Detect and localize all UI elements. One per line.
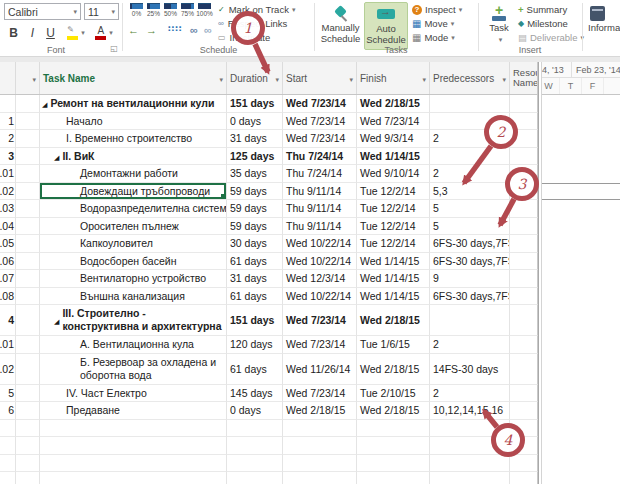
cell-duration[interactable]: 145 days: [227, 385, 283, 403]
cell-gantt[interactable]: [538, 354, 620, 385]
cell-task-mode[interactable]: [16, 472, 40, 484]
cell-task-name[interactable]: IV. Част Електро: [40, 385, 227, 403]
cell-predecessors[interactable]: 2: [430, 385, 510, 403]
cell-duration[interactable]: 120 days: [227, 336, 283, 354]
font-size-combo[interactable]: 11: [84, 3, 119, 20]
cell-resource-names[interactable]: [510, 402, 538, 420]
cell-task-name[interactable]: Б. Резервоар за охладена и оборотна вода: [40, 354, 227, 385]
cell-gantt[interactable]: [538, 113, 620, 131]
percent-complete-50-button[interactable]: 50%: [162, 3, 179, 17]
cell-predecessors[interactable]: [430, 148, 510, 166]
cell-predecessors[interactable]: [430, 472, 510, 484]
cell-gantt[interactable]: [538, 385, 620, 403]
cell-resource-names[interactable]: [510, 288, 538, 306]
cell-predecessors[interactable]: 5: [430, 200, 510, 218]
cell-start[interactable]: [283, 472, 357, 484]
cell-gantt[interactable]: [538, 336, 620, 354]
insert-deliverable-button[interactable]: ▤ Deliverable: [518, 31, 584, 44]
cell-wbs[interactable]: 5: [0, 385, 16, 403]
cell-predecessors[interactable]: 5,3: [430, 183, 510, 201]
cell-start[interactable]: Wed 7/23/14: [283, 113, 357, 131]
cell-task-mode[interactable]: [16, 336, 40, 354]
auto-schedule-button[interactable]: → Auto Schedule: [364, 2, 408, 50]
cell-gantt[interactable]: [538, 472, 620, 484]
cell-task-mode[interactable]: [16, 148, 40, 166]
cell-finish[interactable]: Tue 12/2/14: [357, 218, 430, 236]
cell-resource-names[interactable]: [510, 200, 538, 218]
cell-duration[interactable]: 61 days: [227, 288, 283, 306]
cell-start[interactable]: Wed 7/23/14: [283, 385, 357, 403]
cell-gantt[interactable]: [538, 288, 620, 306]
header-duration[interactable]: Duration: [227, 62, 283, 94]
cell-task-name[interactable]: Предаване: [40, 402, 227, 420]
cell-task-mode[interactable]: [16, 130, 40, 148]
cell-resource-names[interactable]: [510, 385, 538, 403]
italic-button[interactable]: I: [24, 24, 41, 41]
filter-dropdown-icon[interactable]: [272, 73, 279, 84]
cell-resource-names[interactable]: [510, 354, 538, 385]
cell-predecessors[interactable]: [430, 455, 510, 473]
cell-finish[interactable]: Tue 1/6/15: [357, 336, 430, 354]
mode-button[interactable]: ▦ Mode: [412, 31, 455, 44]
cell-wbs[interactable]: 3.02: [0, 183, 16, 201]
cell-task-name[interactable]: Капкоуловител: [40, 235, 227, 253]
cell-predecessors[interactable]: 2: [430, 336, 510, 354]
cell-task-name[interactable]: [40, 455, 227, 473]
cell-finish[interactable]: Wed 1/14/15: [357, 253, 430, 271]
cell-duration[interactable]: 0 days: [227, 113, 283, 131]
cell-wbs[interactable]: 3.06: [0, 253, 16, 271]
cell-resource-names[interactable]: [510, 270, 538, 288]
font-dialog-launcher-icon[interactable]: ◳: [110, 45, 118, 54]
cell-wbs[interactable]: 4: [0, 305, 16, 336]
cell-finish[interactable]: Tue 12/2/14: [357, 183, 430, 201]
cell-wbs[interactable]: [0, 472, 16, 484]
cell-resource-names[interactable]: [510, 305, 538, 336]
indent-task-button[interactable]: →: [146, 24, 157, 36]
cell-start[interactable]: Wed 11/26/14: [283, 354, 357, 385]
cell-task-name[interactable]: II. ВиК: [40, 148, 227, 166]
cell-task-name[interactable]: Вентилаторно устройство: [40, 270, 227, 288]
cell-task-name[interactable]: Оросителен пълнеж: [40, 218, 227, 236]
filter-dropdown-icon[interactable]: [419, 73, 426, 84]
selection-handle[interactable]: [221, 194, 226, 199]
cell-duration[interactable]: 61 days: [227, 253, 283, 271]
cell-predecessors[interactable]: 10,12,14,15,16: [430, 402, 510, 420]
cell-wbs[interactable]: 4.01: [0, 336, 16, 354]
cell-finish[interactable]: [357, 472, 430, 484]
cell-task-name[interactable]: [40, 437, 227, 455]
cell-start[interactable]: Thu 9/11/14: [283, 200, 357, 218]
header-resource-names[interactable]: Resource Names: [510, 62, 538, 94]
cell-wbs[interactable]: 3.03: [0, 200, 16, 218]
cell-finish[interactable]: Wed 7/23/14: [357, 113, 430, 131]
cell-task-mode[interactable]: [16, 385, 40, 403]
cell-task-name[interactable]: III. Строително - конструктивна и архите…: [40, 305, 227, 336]
cell-task-mode[interactable]: [16, 95, 40, 113]
cell-resource-names[interactable]: [510, 148, 538, 166]
bold-button[interactable]: B: [5, 24, 22, 41]
cell-gantt[interactable]: [538, 253, 620, 271]
cell-finish[interactable]: Wed 9/3/14: [357, 130, 430, 148]
unlink-tasks-button[interactable]: ∞: [204, 24, 212, 36]
cell-task-name[interactable]: Начало: [40, 113, 227, 131]
cell-wbs[interactable]: [0, 455, 16, 473]
cell-predecessors[interactable]: 6FS-30 days,7FS-: [430, 288, 510, 306]
cell-gantt[interactable]: [538, 437, 620, 455]
information-button[interactable]: Information: [588, 2, 620, 50]
cell-task-mode[interactable]: [16, 437, 40, 455]
cell-task-mode[interactable]: [16, 218, 40, 236]
cell-task-name[interactable]: Демонтажни работи: [40, 165, 227, 183]
percent-complete-75-button[interactable]: 75%: [179, 3, 196, 17]
cell-gantt[interactable]: [538, 305, 620, 336]
cell-task-name[interactable]: Довеждащи тръбопроводи: [40, 183, 227, 201]
percent-complete-100-button[interactable]: 100%: [196, 3, 213, 17]
cell-finish[interactable]: [357, 455, 430, 473]
cell-wbs[interactable]: 3.04: [0, 218, 16, 236]
cell-duration[interactable]: [227, 455, 283, 473]
cell-wbs[interactable]: 3.08: [0, 288, 16, 306]
cell-wbs[interactable]: 1: [0, 113, 16, 131]
cell-task-name[interactable]: Водоразпределителна система: [40, 200, 227, 218]
cell-task-name[interactable]: [40, 420, 227, 438]
cell-start[interactable]: Thu 9/11/14: [283, 218, 357, 236]
filter-dropdown-icon[interactable]: [29, 73, 36, 84]
insert-summary-button[interactable]: + Summary: [518, 3, 567, 16]
